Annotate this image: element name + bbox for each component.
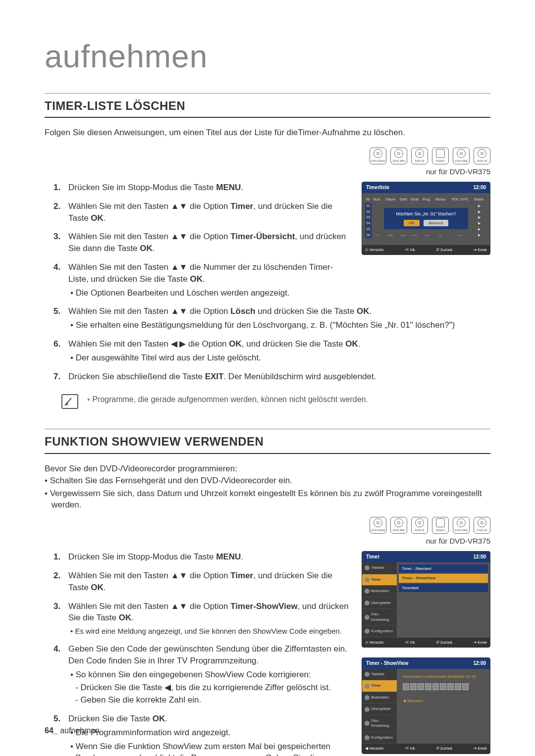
osd-clock: 12:00 (473, 554, 486, 560)
step: Geben Sie den Code der gewünschten Sendu… (45, 643, 352, 706)
step-text: . (370, 306, 372, 316)
disc-icon: DVD-R (411, 517, 428, 534)
disc-label: DVD+RW (455, 159, 468, 163)
dialog-cancel-button: Abbruch (424, 220, 448, 226)
step: Wählen Sie mit den Tasten ▲▼ die Option … (45, 570, 352, 594)
step-text: Drücken Sie die Taste (68, 714, 153, 723)
copy-icon (365, 707, 370, 712)
sub-bullet: Wenn Sie die Funktion ShowView zum erste… (68, 741, 352, 756)
step-bold: Lösch (230, 306, 255, 316)
disc-label: DVD-RW (393, 528, 405, 532)
edit-icon (365, 695, 370, 700)
disc-icon: DVD+R (474, 148, 490, 164)
step: Drücken Sie im Stopp-Modus die Taste MEN… (45, 182, 352, 194)
step-text: Drücken Sie abschließend die Taste (68, 372, 205, 381)
chapter-title: aufnehmen (45, 35, 490, 79)
step: Drücken Sie abschließend die Taste EXIT.… (45, 371, 490, 383)
sub-dash: Drücken Sie die Taste ◀, bis die zu korr… (68, 682, 352, 694)
osd-clock: 12:00 (473, 660, 486, 667)
disc-icon: DVD-RW (390, 517, 407, 534)
sub-bullet: Die Optionen Bearbeiten und Löschen werd… (68, 287, 352, 299)
sidebar-label: Titelliste (371, 565, 384, 571)
step-text: . (104, 583, 106, 592)
th: Mod. (372, 196, 383, 203)
step-text: . (241, 552, 243, 561)
disc-label: DVD-RAM (371, 159, 385, 163)
osd-title: Timer - ShowView (366, 660, 408, 667)
menu-option: Timerliste (399, 584, 488, 592)
disc-label: DVD-R (415, 528, 425, 532)
osd-title: Timerliste (366, 184, 389, 191)
foot-hint: ⏎ Ok (405, 247, 415, 252)
step-bold: OK (357, 306, 370, 316)
disc-icons-row: DVD-RAM DVD-RW DVD-R VIDEO DVD+RW DVD+R (45, 148, 490, 164)
step-text: Wählen Sie mit den Tasten ▲▼ die Option (68, 306, 230, 316)
foot-hint: ⇥ Ende (473, 640, 487, 645)
step-bold: Timer (230, 202, 253, 211)
step: Wählen Sie mit den Tasten ▲▼ die Nummer … (45, 261, 352, 299)
standard-label: Standard (399, 694, 488, 707)
gear-icon (365, 735, 370, 740)
foot-hint: ◇ Verschb. (365, 247, 384, 252)
step-text: Wählen Sie mit den Tasten ▲▼ die Option (68, 571, 230, 580)
foot-hint: ◀ Verschb. (365, 746, 384, 751)
step-bold: OK (153, 714, 165, 723)
sidebar-item: Überspielen (362, 598, 397, 609)
sidebar-label: Überspielen (371, 706, 391, 712)
bullet: Schalten Sie das Fernsehgerät und den DV… (45, 475, 490, 487)
gear-icon (365, 629, 370, 634)
step-text: , und drücken Sie die Taste (242, 339, 346, 349)
disc-label: VIDEO (436, 528, 445, 532)
section2-intro-bullets: Schalten Sie das Fernsehgerät und den DV… (45, 475, 490, 511)
disc-icon: DVD-RW (390, 148, 407, 164)
step-bold: OK (91, 583, 104, 592)
footer-label: aufnehmen (60, 726, 100, 735)
th: Prog. (421, 196, 433, 203)
device-note: nur für DVD-VR375 (45, 536, 490, 546)
edit-icon (365, 589, 370, 594)
step-text: Drücken Sie im Stopp-Modus die Taste (68, 552, 216, 561)
sidebar-label: Bearbeiten (371, 589, 389, 594)
th: Modus (433, 196, 448, 203)
bullet: Vergewissern Sie sich, dass Datum und Uh… (45, 488, 490, 511)
dialog-ok-button: OK (404, 220, 420, 226)
th: Bearb. (472, 196, 487, 203)
menu-option: Timer - ShowView (399, 574, 488, 582)
foot-hint: ◇ Verschb. (365, 640, 384, 645)
tape-icon: VIDEO (432, 148, 449, 164)
step-text: Wählen Sie mit den Tasten ◀ ▶ die Option (68, 339, 229, 349)
disc-label: DVD-R (415, 159, 425, 163)
th: Start (398, 196, 409, 203)
section1-intro: Folgen Sie diesen Anweisungen, um einen … (45, 127, 490, 139)
osd-sidebar: Titelliste Timer Bearbeiten Überspielen … (362, 669, 397, 744)
foot-hint: ⏎ Ok (405, 640, 415, 645)
disc-icon (365, 615, 370, 620)
disc-label: DVD-RAM (371, 528, 385, 532)
sub-bullet: So können Sie den eingegebenen ShowView … (68, 669, 352, 681)
note-icon (61, 394, 78, 409)
step-text: Geben Sie den Code der gewünschten Sendu… (68, 644, 347, 665)
osd-body: Titelliste Timer Bearbeiten Überspielen … (362, 562, 490, 638)
osd-sidebar: Titelliste Timer Bearbeiten Überspielen … (362, 562, 397, 638)
code-input-boxes (399, 682, 488, 694)
step-bold: EXIT (205, 372, 224, 381)
step-bold: OK (91, 213, 104, 223)
foot-hint: ↺ Zurück (436, 247, 453, 252)
step-text: . (165, 714, 167, 723)
step-bold: Timer-ShowView (230, 602, 297, 611)
step: Wählen Sie mit den Tasten ▲▼ die Option … (45, 231, 352, 254)
sidebar-item: Konfiguration (362, 626, 397, 638)
sidebar-label: Bearbeiten (371, 695, 389, 701)
osd-body: Nr. Mod. Datum Start Ende Prog. Modus PD… (362, 193, 490, 245)
sidebar-item: Überspielen (362, 704, 397, 715)
osd-timerlist: Timerliste 12:00 Nr. Mod. Datum Start En… (362, 182, 490, 255)
step: Wählen Sie mit den Tasten ▲▼ die Option … (45, 601, 352, 637)
step-text: Wählen Sie mit den Tasten ▲▼ die Option (68, 232, 230, 241)
sidebar-item: Timer (362, 680, 397, 692)
step-bold: MENU (216, 183, 241, 192)
disc-icon: DVD+RW (453, 148, 470, 164)
sidebar-item: Titelliste (362, 669, 397, 681)
sidebar-label: Konfiguration (371, 735, 393, 741)
foot-hint: ⏎ Ok (405, 746, 415, 751)
step-bold: OK (140, 244, 153, 253)
